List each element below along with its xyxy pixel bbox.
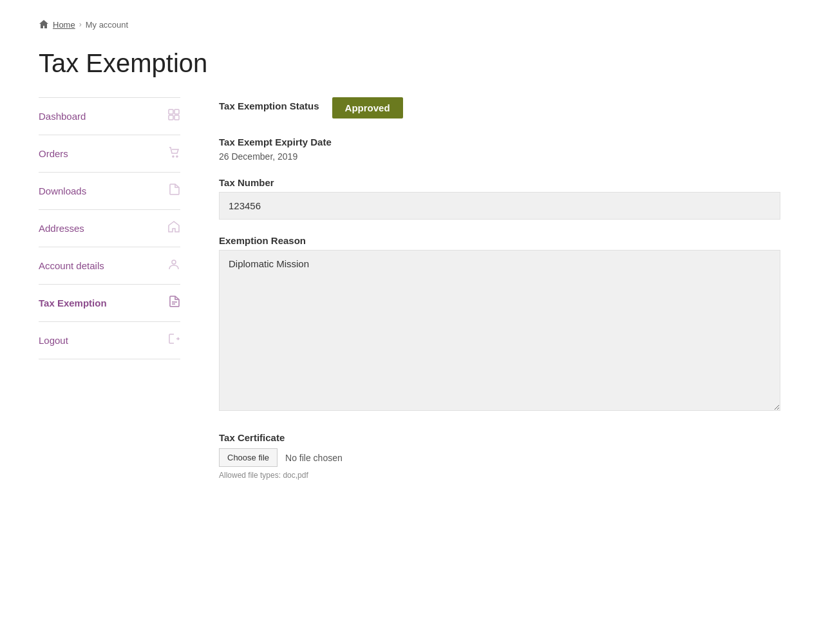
breadcrumb: Home › My account	[39, 19, 780, 30]
allowed-types-text: Allowed file types: doc,pdf	[219, 471, 780, 480]
choose-file-button[interactable]: Choose file	[219, 448, 278, 467]
downloads-icon	[169, 183, 180, 199]
sidebar: Dashboard Orders	[39, 97, 180, 480]
tax-number-label: Tax Number	[219, 177, 780, 188]
exemption-reason-label: Exemption Reason	[219, 235, 780, 246]
svg-point-4	[173, 156, 174, 157]
sidebar-item-logout[interactable]: Logout	[39, 322, 180, 359]
svg-rect-1	[174, 109, 179, 114]
logout-icon	[167, 332, 180, 348]
breadcrumb-separator: ›	[79, 20, 82, 29]
no-file-text: No file chosen	[285, 453, 343, 463]
tax-number-section: Tax Number	[219, 177, 780, 220]
breadcrumb-current: My account	[86, 20, 128, 30]
sidebar-item-orders[interactable]: Orders	[39, 135, 180, 173]
certificate-section: Tax Certificate Choose file No file chos…	[219, 432, 780, 480]
main-content: Tax Exemption Status Approved Tax Exempt…	[219, 97, 780, 480]
content-layout: Dashboard Orders	[39, 97, 780, 480]
svg-rect-3	[174, 115, 179, 120]
sidebar-label-orders: Orders	[39, 148, 68, 159]
tax-number-input[interactable]	[219, 192, 780, 220]
exemption-reason-section: Exemption Reason Diplomatic Mission	[219, 235, 780, 413]
svg-point-6	[172, 260, 176, 264]
tax-icon	[169, 295, 180, 311]
account-icon	[167, 258, 180, 274]
exemption-reason-textarea[interactable]: Diplomatic Mission	[219, 250, 780, 411]
page-title: Tax Exemption	[39, 49, 780, 78]
addresses-icon	[167, 220, 180, 236]
sidebar-item-downloads[interactable]: Downloads	[39, 173, 180, 210]
home-icon	[39, 19, 49, 30]
file-upload-row: Choose file No file chosen	[219, 448, 780, 467]
breadcrumb-home[interactable]: Home	[53, 20, 75, 30]
sidebar-label-logout: Logout	[39, 335, 68, 346]
expiry-section: Tax Exempt Expirty Date 26 December, 201…	[219, 137, 780, 162]
dashboard-icon	[167, 108, 180, 124]
status-badge: Approved	[332, 97, 403, 118]
sidebar-item-account-details[interactable]: Account details	[39, 247, 180, 285]
expiry-label: Tax Exempt Expirty Date	[219, 137, 780, 147]
sidebar-item-tax-exemption[interactable]: Tax Exemption	[39, 285, 180, 322]
svg-point-5	[176, 156, 178, 157]
svg-rect-2	[169, 115, 173, 120]
page-wrapper: Home › My account Tax Exemption Dashboar…	[0, 0, 819, 499]
sidebar-label-tax-exemption: Tax Exemption	[39, 298, 107, 308]
sidebar-label-account-details: Account details	[39, 260, 104, 271]
status-label: Tax Exemption Status	[219, 100, 319, 111]
expiry-date: 26 December, 2019	[219, 151, 780, 162]
certificate-label: Tax Certificate	[219, 432, 780, 443]
orders-icon	[167, 146, 180, 162]
sidebar-label-dashboard: Dashboard	[39, 111, 86, 122]
sidebar-label-addresses: Addresses	[39, 223, 84, 234]
svg-rect-0	[169, 109, 173, 114]
sidebar-item-dashboard[interactable]: Dashboard	[39, 97, 180, 135]
sidebar-label-downloads: Downloads	[39, 185, 86, 196]
status-row: Tax Exemption Status Approved	[219, 97, 780, 118]
sidebar-item-addresses[interactable]: Addresses	[39, 210, 180, 247]
